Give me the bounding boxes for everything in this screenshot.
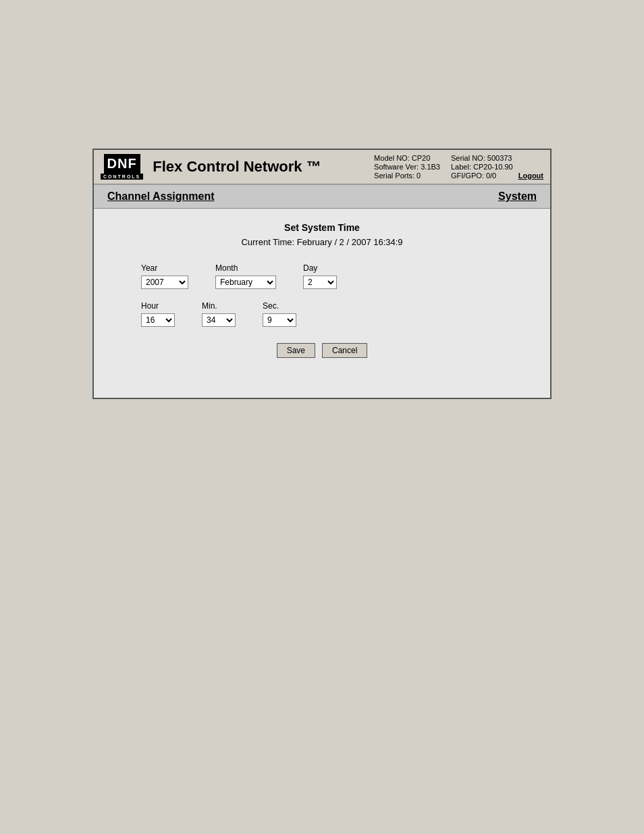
current-time-row: Current Time: February / 2 / 2007 16:34:… bbox=[114, 237, 530, 247]
current-time-value: February / 2 / 2007 16:34:9 bbox=[297, 237, 403, 247]
serial-no-label: Serial NO: bbox=[451, 154, 485, 162]
save-button[interactable]: Save bbox=[277, 343, 315, 358]
logo-controls-text: CONTROLS bbox=[101, 174, 143, 180]
content-area: Set System Time Current Time: February /… bbox=[94, 209, 550, 398]
hour-label: Hour bbox=[141, 301, 175, 311]
gfi-gpo-value: 0/0 bbox=[486, 172, 496, 180]
serial-ports-label: Serial Ports: bbox=[374, 172, 414, 180]
software-ver: Software Ver: 3.1B3 bbox=[374, 163, 440, 171]
hour-select[interactable]: 01234567891011121314151617181920212223 bbox=[141, 313, 175, 327]
year-field: Year 200520062007200820092010 bbox=[141, 263, 188, 289]
day-field: Day 123456789101112131415161718192021222… bbox=[303, 263, 337, 289]
model-no-label: Model NO: bbox=[374, 154, 410, 162]
year-select[interactable]: 200520062007200820092010 bbox=[141, 276, 188, 289]
header: DNF CONTROLS Flex Control Network ™ Mode… bbox=[94, 150, 550, 184]
month-label: Month bbox=[215, 263, 276, 273]
software-ver-label: Software Ver: bbox=[374, 163, 419, 171]
form-row-time: Hour 01234567891011121314151617181920212… bbox=[141, 301, 530, 327]
current-time-label: Current Time: bbox=[241, 237, 294, 247]
label-label: Label: bbox=[451, 163, 471, 171]
form-row-date: Year 200520062007200820092010 Month Janu… bbox=[141, 263, 530, 289]
form-grid: Year 200520062007200820092010 Month Janu… bbox=[141, 263, 530, 327]
sec-field: Sec. 01234567891011121314151617181920212… bbox=[263, 301, 296, 327]
month-select[interactable]: JanuaryFebruaryMarchAprilMayJuneJulyAugu… bbox=[215, 276, 276, 289]
logo: DNF CONTROLS bbox=[101, 154, 143, 180]
app-title: Flex Control Network ™ bbox=[153, 158, 374, 176]
channel-assignment-link[interactable]: Channel Assignment bbox=[107, 190, 215, 203]
nav-bar: Channel Assignment System bbox=[94, 184, 550, 209]
label-info: Label: CP20-10.90 bbox=[451, 163, 513, 171]
gfi-gpo: GFI/GPO: 0/0 bbox=[451, 172, 513, 180]
model-no-value: CP20 bbox=[412, 154, 431, 162]
serial-no: Serial NO: 500373 bbox=[451, 154, 513, 162]
logo-dnf-text: DNF bbox=[107, 156, 137, 172]
day-label: Day bbox=[303, 263, 337, 273]
software-ver-value: 3.1B3 bbox=[421, 163, 440, 171]
logout-button[interactable]: Logout bbox=[518, 172, 543, 180]
cancel-button[interactable]: Cancel bbox=[322, 343, 367, 358]
min-select[interactable]: 0123456789101112131415161718192021222324… bbox=[202, 313, 236, 327]
logo-dnf: DNF bbox=[104, 154, 140, 174]
system-link[interactable]: System bbox=[498, 190, 537, 203]
section-title: Set System Time bbox=[114, 222, 530, 233]
year-label: Year bbox=[141, 263, 188, 273]
month-field: Month JanuaryFebruaryMarchAprilMayJuneJu… bbox=[215, 263, 276, 289]
serial-no-value: 500373 bbox=[487, 154, 512, 162]
day-select[interactable]: 1234567891011121314151617181920212223242… bbox=[303, 276, 337, 289]
main-panel: DNF CONTROLS Flex Control Network ™ Mode… bbox=[92, 149, 552, 399]
buttons-row: Save Cancel bbox=[114, 343, 530, 358]
header-info: Model NO: CP20 Serial NO: 500373 Softwar… bbox=[374, 154, 513, 180]
serial-ports: Serial Ports: 0 bbox=[374, 172, 440, 180]
model-no: Model NO: CP20 bbox=[374, 154, 440, 162]
sec-select[interactable]: 0123456789101112131415161718192021222324… bbox=[263, 313, 296, 327]
min-label: Min. bbox=[202, 301, 236, 311]
gfi-gpo-label: GFI/GPO: bbox=[451, 172, 484, 180]
label-value: CP20-10.90 bbox=[473, 163, 513, 171]
hour-field: Hour 01234567891011121314151617181920212… bbox=[141, 301, 175, 327]
sec-label: Sec. bbox=[263, 301, 296, 311]
serial-ports-value: 0 bbox=[417, 172, 421, 180]
min-field: Min. 01234567891011121314151617181920212… bbox=[202, 301, 236, 327]
